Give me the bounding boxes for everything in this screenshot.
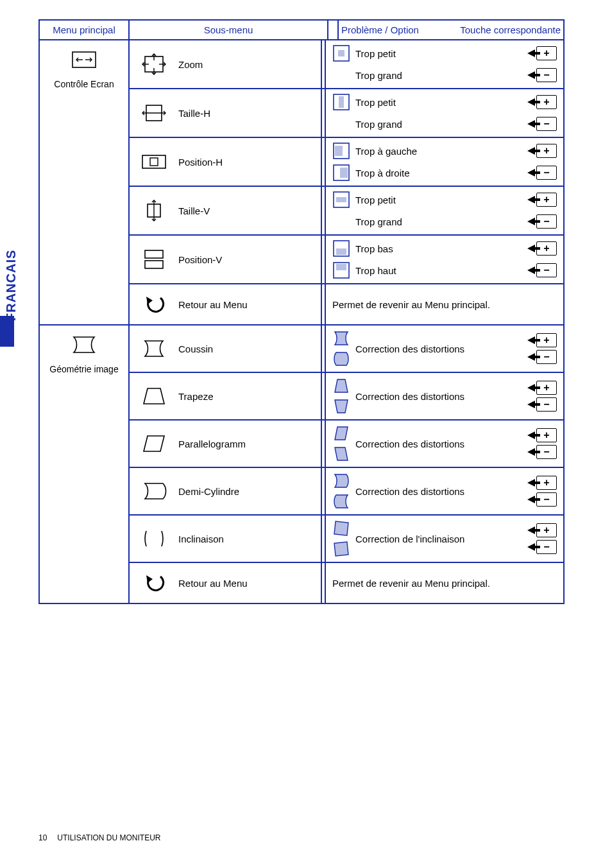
key-column: + −	[527, 333, 557, 364]
problem-line: Correction des distortions + −	[332, 377, 557, 415]
submenu-label: Retour au Menu	[178, 299, 248, 310]
problem-cell: Trop bas + Trop haut	[326, 236, 563, 283]
pointer-left-icon	[527, 218, 535, 225]
svg-marker-33	[335, 400, 348, 413]
half-cylinder-icon	[139, 478, 169, 504]
key-column: + −	[527, 523, 557, 554]
problem-line: Correction des distortions + −	[332, 329, 557, 368]
key-group: −	[527, 540, 557, 554]
row-return: Retour au Menu Permet de revenir au Menu…	[130, 284, 563, 324]
sub-rows: Zoom Trop petit +	[130, 40, 563, 324]
key-column: + −	[527, 476, 557, 507]
key-group: +	[527, 381, 557, 395]
submenu-label: Zoom	[178, 59, 203, 70]
submenu-cell: Retour au Menu	[130, 284, 322, 324]
key-group: +	[527, 193, 557, 207]
submenu-cell: Inclinaison	[130, 516, 322, 562]
submenu-label: Inclinaison	[178, 534, 224, 544]
svg-marker-31	[144, 388, 164, 404]
return-arrow-icon	[139, 291, 169, 317]
page: FRANCAIS Menu principal Sous-menu Problè…	[0, 0, 612, 868]
problem-text: Trop haut	[353, 265, 525, 276]
main-menu-cell: Géométrie image	[40, 326, 130, 603]
problem-cell: Correction des distortions + −	[326, 373, 563, 419]
zoom-icon	[139, 51, 169, 77]
problem-line: Trop à droite −	[332, 164, 557, 182]
row-coussin: Coussin Correction des distortions +	[130, 326, 563, 373]
submenu-cell: Retour au Menu	[130, 563, 322, 603]
tilt-ccw-icon	[332, 540, 350, 558]
vpos-icon	[139, 247, 169, 272]
submenu-label: Demi-Cylindre	[178, 486, 239, 497]
problem-line: Trop à gauche +	[332, 142, 557, 160]
distortion-icons	[332, 472, 350, 510]
distortion-icons	[332, 377, 350, 415]
pointer-left-icon	[527, 336, 535, 344]
th-problem: Problème / Option	[341, 24, 419, 35]
key-group: −	[527, 350, 557, 364]
svg-marker-36	[335, 447, 348, 460]
problem-cell: Correction des distortions + −	[326, 468, 563, 514]
pointer-left-icon	[527, 49, 535, 57]
row-position-v: Position-V Trop bas +	[130, 236, 563, 284]
vpos-low-icon	[332, 239, 350, 257]
section-controle-ecran: Contrôle Ecran	[40, 40, 563, 326]
th-sub-menu: Sous-menu	[130, 21, 328, 39]
vsize-icon	[139, 198, 169, 223]
key-group: +	[527, 333, 557, 347]
submenu-label: Coussin	[178, 343, 213, 354]
svg-marker-35	[335, 427, 348, 440]
problem-text: Correction des distortions	[353, 391, 525, 402]
problem-cell: Trop petit + Trop grand −	[326, 40, 563, 88]
problem-cell: Trop petit + Trop grand −	[326, 89, 563, 137]
sub-rows: Coussin Correction des distortions +	[130, 326, 563, 603]
para-right-icon	[332, 445, 350, 463]
svg-rect-23	[336, 197, 346, 202]
pointer-left-icon	[527, 266, 535, 274]
problem-cell: Permet de revenir au Menu principal.	[326, 563, 563, 603]
problem-text: Trop grand	[353, 216, 525, 227]
hpos-left-icon	[332, 142, 350, 160]
svg-rect-15	[150, 158, 158, 166]
tilt-cw-icon	[332, 519, 350, 537]
language-tab: FRANCAIS	[0, 218, 31, 347]
pointer-left-icon	[527, 353, 535, 361]
problem-text: Correction de l'inclinaison	[353, 534, 525, 544]
pincushion-icon	[139, 336, 169, 361]
key-group: −	[527, 492, 557, 507]
pointer-left-icon	[527, 448, 535, 456]
svg-rect-17	[335, 146, 343, 156]
key-group: +	[527, 428, 557, 442]
key-group: −	[527, 263, 557, 277]
section-geometrie-image: Géométrie image Coussin	[40, 326, 563, 603]
th-problem-key: Problème / Option Touche correspondante	[339, 21, 563, 39]
problem-line: Correction de l'inclinaison + −	[332, 519, 557, 558]
key-column: + −	[527, 381, 557, 412]
pincushion-out-icon	[332, 350, 350, 368]
pointer-left-icon	[527, 479, 535, 487]
row-position-h: Position-H Trop à gauche +	[130, 138, 563, 187]
pointer-left-icon	[527, 401, 535, 408]
page-number: 10	[38, 833, 47, 842]
halfcyl-b-icon	[332, 492, 350, 510]
pointer-left-icon	[527, 196, 535, 204]
language-bar	[0, 316, 14, 347]
distortion-icons	[332, 329, 350, 368]
pointer-left-icon	[527, 120, 535, 128]
vpos-high-icon	[332, 261, 350, 279]
problem-cell: Correction des distortions + −	[326, 326, 563, 372]
problem-text: Trop grand	[353, 70, 525, 81]
submenu-cell: Position-V	[130, 236, 322, 283]
geometry-icon	[69, 332, 99, 358]
submenu-label: Position-H	[178, 157, 223, 168]
key-group: +	[527, 241, 557, 256]
problem-line: Trop grand −	[332, 213, 557, 230]
row-zoom: Zoom Trop petit +	[130, 40, 563, 89]
trapeze-up-icon	[332, 377, 350, 395]
svg-rect-37	[334, 521, 348, 535]
key-group: +	[527, 476, 557, 490]
parallelogram-icon	[139, 431, 169, 456]
problem-text: Trop bas	[353, 243, 525, 254]
problem-line: Correction des distortions + −	[332, 424, 557, 463]
submenu-label: Taille-V	[178, 205, 210, 216]
